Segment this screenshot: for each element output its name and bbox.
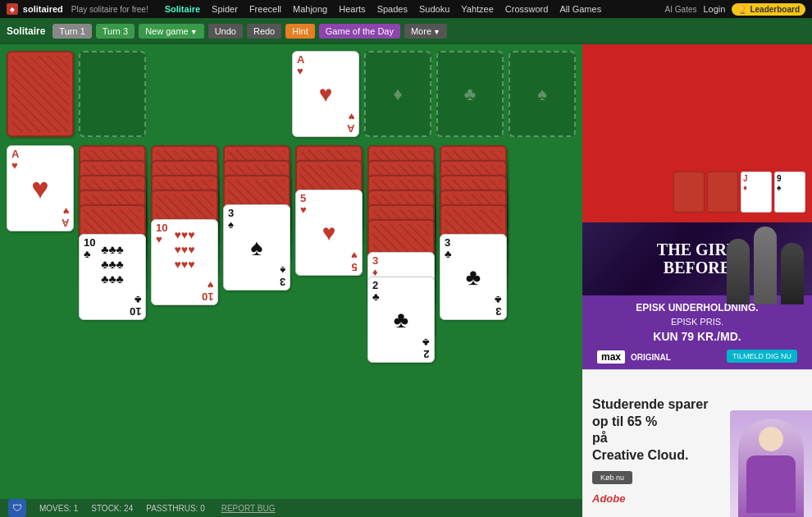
foundation-spades[interactable]: ♠ xyxy=(509,51,576,137)
nav-right: AI Gates Login 🏆 Leaderboard xyxy=(665,3,805,16)
foundation-clubs[interactable]: ♣ xyxy=(436,51,504,137)
nav-solitaire[interactable]: Solitaire xyxy=(165,4,200,14)
stock-label: STOCK: 24 xyxy=(91,504,133,513)
security-icon: 🛡 xyxy=(8,499,26,517)
stock-display: STOCK: 24 xyxy=(91,504,133,513)
ad-hbomax-line2: EPISK PRIS. xyxy=(591,317,804,327)
right-panel: J♦ 9♠ THE GIRLBEFORE EPISK UNDERHOLDNING… xyxy=(582,44,812,517)
mini-card-face: J♦ xyxy=(741,172,772,213)
card-rank-br: 2♣ xyxy=(422,336,430,359)
foundation-hearts[interactable]: A♥ ♥ A♥ xyxy=(292,51,359,137)
more-button[interactable]: More▼ xyxy=(404,24,447,39)
tableau: A♥ ♥ A♥ 10♣ ♣♣♣♣♣♣♣♣♣ xyxy=(7,145,576,457)
card-rank: 2♣ xyxy=(372,280,380,304)
waste-pile[interactable] xyxy=(79,51,146,137)
card-rank: A♥ xyxy=(11,149,19,172)
top-navigation: ♠ solitaired Play solitaire for free! So… xyxy=(0,0,812,18)
diamond-hint-icon: ♦ xyxy=(393,84,402,105)
tableau-col-1: A♥ ♥ A♥ xyxy=(7,145,74,457)
mini-col-2 xyxy=(707,172,738,216)
nav-sudoku[interactable]: Sudoku xyxy=(419,4,449,14)
leaderboard-label: Leaderboard xyxy=(750,5,800,14)
hint-button[interactable]: Hint xyxy=(285,24,315,39)
trophy-icon: 🏆 xyxy=(737,5,747,14)
game-area: A♥ ♥ A♥ ♦ ♣ ♠ A♥ ♥ A♥ xyxy=(0,44,812,517)
status-bar: 🛡 MOVES: 1 STOCK: 24 PASSTHRUS: 0 REPORT… xyxy=(0,499,582,517)
tableau-col-7: 3♣ ♣ 3♣ xyxy=(440,145,507,457)
card-rank-br: A♥ xyxy=(347,110,354,134)
nav-crossword[interactable]: Crossword xyxy=(505,4,549,14)
stock-pile[interactable] xyxy=(7,51,74,137)
card-rank-br: 10♣ xyxy=(130,293,141,317)
card-center-suit: ♥ xyxy=(319,81,333,108)
passthrus-label: PASSTHRUS: 0 xyxy=(146,504,205,513)
nav-hearts[interactable]: Hearts xyxy=(339,4,365,14)
card-rank-br: 5♥ xyxy=(351,249,358,272)
mini-cards-area: J♦ 9♠ xyxy=(673,172,805,216)
mini-col-3: J♦ xyxy=(741,172,772,216)
undo-button[interactable]: Undo xyxy=(208,24,243,39)
new-game-button[interactable]: New game▼ xyxy=(139,24,204,39)
turn1-button[interactable]: Turn 1 xyxy=(52,24,91,39)
mini-col-1 xyxy=(673,172,705,216)
card-3-spades[interactable]: 3♠ ♠ 3♠ xyxy=(223,204,290,291)
card-rank-br: 3♣ xyxy=(495,293,502,317)
nav-mahjong[interactable]: Mahjong xyxy=(293,4,327,14)
ad-hbomax-text: EPISK UNDERHOLDNING. EPISK PRIS. KUN 79 … xyxy=(582,295,812,369)
card-suit: ♣ xyxy=(394,307,408,333)
card-suit: ♣♣♣♣♣♣♣♣♣ xyxy=(101,242,124,287)
ad-hbomax-price: KUN 79 KR./MD. xyxy=(591,330,804,343)
card-10-hearts[interactable]: 10♥ ♥♥♥♥♥♥♥♥♥ 10♥ xyxy=(151,219,218,305)
ad-adobe-logo: Adobe xyxy=(592,484,625,507)
mini-card-back xyxy=(673,172,705,213)
logo-icon: ♠ xyxy=(7,3,18,15)
foundation-diamonds[interactable]: ♦ xyxy=(364,51,431,137)
logo-area: ♠ solitaired Play solitaire for free! xyxy=(7,3,148,15)
card-rank-br: A♥ xyxy=(62,204,69,228)
ad-hbomax-title: THE GIRLBEFORE xyxy=(657,240,737,277)
nav-spades[interactable]: Spades xyxy=(377,4,408,14)
turn3-button[interactable]: Turn 3 xyxy=(96,24,135,39)
card-10-clubs[interactable]: 10♣ ♣♣♣♣♣♣♣♣♣ 10♣ xyxy=(79,234,146,320)
nav-yahtzee[interactable]: Yahtzee xyxy=(461,4,494,14)
nav-links: Solitaire Spider Freecell Mahjong Hearts… xyxy=(165,4,601,14)
tableau-col-4: 3♠ ♠ 3♠ xyxy=(223,145,290,457)
ad-hbomax-logo-row: max ORIGINAL TILMELD DIG NU xyxy=(591,350,804,363)
ad-adobe-person-image xyxy=(730,410,812,517)
login-button[interactable]: Login xyxy=(704,4,726,14)
tableau-col-6: 3♦ ♦ 3♦ 2♣ ♣ 2♣ xyxy=(367,145,435,457)
card-rank: 3♣ xyxy=(445,237,452,261)
card-2-clubs[interactable]: 2♣ ♣ 2♣ xyxy=(367,277,435,363)
passthrus-display: PASSTHRUS: 0 xyxy=(146,504,205,513)
report-bug-button[interactable]: REPORT BUG xyxy=(221,504,276,513)
nav-spider[interactable]: Spider xyxy=(212,4,238,14)
tableau-col-3: 10♥ ♥♥♥♥♥♥♥♥♥ 10♥ xyxy=(151,145,218,457)
card-rank: 10♣ xyxy=(84,237,95,261)
ai-gates-label: AI Gates xyxy=(665,5,697,14)
card-5-hearts[interactable]: 5♥ ♥ 5♥ xyxy=(295,190,363,276)
breadcrumb: Solitaire xyxy=(7,25,45,37)
card-rank: 3♦ xyxy=(372,255,378,279)
card-suit: ♥♥♥♥♥♥♥♥♥ xyxy=(175,227,195,272)
mini-card-back xyxy=(707,172,738,213)
game-board: A♥ ♥ A♥ ♦ ♣ ♠ A♥ ♥ A♥ xyxy=(0,44,582,517)
hbomax-cta-button[interactable]: TILMELD DIG NU xyxy=(727,350,797,363)
card-rank-br: 10♥ xyxy=(202,278,213,302)
nav-all-games[interactable]: All Games xyxy=(559,4,601,14)
redo-button[interactable]: Redo xyxy=(247,24,281,39)
mini-card-face: 9♠ xyxy=(774,172,805,213)
card-rank-tl: A♥ xyxy=(297,54,304,78)
logo-text[interactable]: solitaired xyxy=(23,4,63,14)
leaderboard-button[interactable]: 🏆 Leaderboard xyxy=(732,3,805,16)
moves-display: MOVES: 1 xyxy=(39,504,78,513)
card-3-clubs[interactable]: 3♣ ♣ 3♣ xyxy=(440,234,507,320)
top-row: A♥ ♥ A♥ ♦ ♣ ♠ xyxy=(7,51,576,137)
card-rank: 5♥ xyxy=(300,193,307,217)
card-ace-hearts[interactable]: A♥ ♥ A♥ xyxy=(7,145,74,231)
ad-hbomax-image: THE GIRLBEFORE xyxy=(582,222,812,295)
card-rank: 3♠ xyxy=(228,208,234,231)
nav-freecell[interactable]: Freecell xyxy=(249,4,281,14)
ad-adobe-cta-button[interactable]: Køb nu xyxy=(592,471,632,484)
tableau-col-5: 5♥ ♥ 5♥ xyxy=(295,145,363,457)
gotd-button[interactable]: Game of the Day xyxy=(319,24,400,39)
